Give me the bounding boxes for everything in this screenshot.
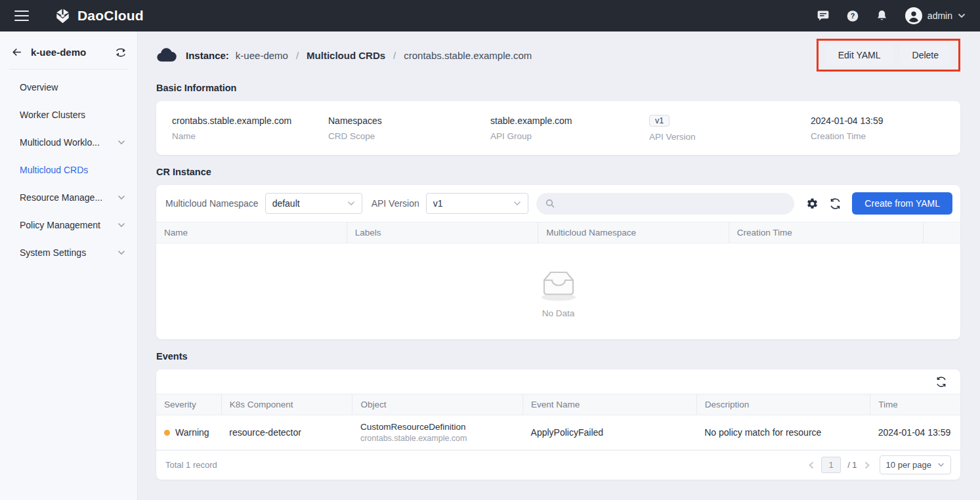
search-input[interactable]	[536, 193, 795, 215]
col-labels[interactable]: Labels	[347, 222, 538, 243]
sidebar: k-uee-demo Overview Worker Clusters Mult…	[0, 31, 138, 500]
pagination: / 1 10 per page	[808, 455, 951, 474]
sidebar-divider	[9, 69, 128, 70]
page-count: / 1	[847, 460, 857, 470]
sidebar-item-overview[interactable]: Overview	[0, 73, 137, 101]
breadcrumb-item-current: crontabs.stable.example.com	[404, 50, 532, 61]
avatar	[905, 7, 922, 24]
create-from-yaml-button[interactable]: Create from YAML	[852, 192, 952, 215]
topbar: DaoCloud ? admin	[0, 0, 980, 31]
cloud-instance-icon	[156, 47, 177, 63]
chevron-down-icon	[117, 140, 125, 145]
brand-name: DaoCloud	[77, 8, 144, 24]
hamburger-menu-icon[interactable]	[14, 10, 29, 21]
col-severity[interactable]: Severity	[156, 394, 221, 415]
no-data-inbox-icon	[534, 265, 583, 303]
chevron-down-icon	[347, 201, 355, 206]
breadcrumb-item-multicloud-crds[interactable]: Multicloud CRDs	[307, 50, 385, 61]
col-time[interactable]: Time	[870, 394, 960, 415]
col-k8s-component[interactable]: K8s Component	[221, 394, 352, 415]
col-description[interactable]: Description	[696, 394, 870, 415]
chevron-down-icon	[117, 250, 125, 255]
breadcrumb-separator: /	[296, 50, 299, 61]
switch-instance-icon[interactable]	[115, 47, 127, 58]
sidebar-item-system-settings[interactable]: System Settings	[0, 239, 137, 266]
cr-instance-card: Multicloud Namespace default API Version…	[156, 185, 960, 339]
delete-button[interactable]: Delete	[900, 45, 951, 66]
sidebar-item-worker-clusters[interactable]: Worker Clusters	[0, 101, 137, 129]
topbar-actions: ? admin	[817, 7, 966, 24]
cr-instance-title: CR Instance	[156, 167, 960, 177]
breadcrumb-item-instance[interactable]: k-uee-demo	[236, 50, 288, 61]
svg-text:?: ?	[851, 12, 855, 20]
sidebar-instance-name: k-uee-demo	[31, 47, 107, 58]
field-crd-scope: Namespaces CRD Scope	[328, 115, 490, 141]
col-object[interactable]: Object	[352, 394, 523, 415]
page-size-select[interactable]: 10 per page	[880, 455, 951, 474]
chevron-down-icon	[937, 463, 945, 467]
api-version-filter-label: API Version	[372, 198, 419, 209]
api-version-tag: v1	[649, 115, 670, 127]
chevron-down-icon	[117, 195, 125, 200]
prev-page-icon[interactable]	[808, 461, 815, 469]
sidebar-item-multicloud-workloads[interactable]: Multicloud Worklo...	[0, 129, 137, 156]
page-input[interactable]	[821, 457, 841, 473]
edit-yaml-button[interactable]: Edit YAML	[826, 45, 893, 66]
brand: DaoCloud	[54, 7, 144, 25]
search-icon	[545, 198, 555, 209]
events-header-row: Severity K8s Component Object Event Name…	[156, 394, 960, 415]
breadcrumb-row: Instance: k-uee-demo / Multicloud CRDs /…	[156, 39, 960, 71]
user-menu[interactable]: admin	[905, 7, 966, 24]
field-api-group: stable.example.com API Group	[490, 115, 649, 141]
time-cell: 2024-01-04 13:59	[870, 415, 960, 450]
breadcrumb-separator: /	[393, 50, 396, 61]
help-icon[interactable]: ?	[846, 9, 859, 22]
event-row: Warning resource-detector CustomResource…	[156, 415, 960, 450]
field-creation-time: 2024-01-04 13:59 Creation Time	[811, 115, 884, 141]
sidebar-item-multicloud-crds[interactable]: Multicloud CRDs	[0, 156, 137, 184]
back-arrow-icon[interactable]	[11, 46, 23, 58]
chevron-down-icon	[513, 201, 521, 206]
field-name: crontabs.stable.example.com Name	[172, 115, 328, 141]
description-cell: No policy match for resource	[696, 415, 870, 450]
event-name-cell: ApplyPolicyFailed	[523, 415, 697, 450]
col-creation-time[interactable]: Creation Time	[729, 222, 923, 243]
chevron-down-icon	[117, 222, 125, 228]
events-toolbar	[156, 369, 960, 394]
total-records: Total 1 record	[165, 460, 217, 470]
settings-gear-icon[interactable]	[806, 198, 819, 210]
namespace-select[interactable]: default	[265, 193, 362, 214]
refresh-icon[interactable]	[829, 198, 842, 210]
next-page-icon[interactable]	[864, 461, 870, 469]
cr-toolbar-icons	[806, 198, 842, 210]
cr-instance-table: Name Labels Multicloud Namespace Creatio…	[156, 222, 960, 243]
notification-bell-icon[interactable]	[876, 9, 889, 22]
breadcrumb-prefix: Instance:	[186, 50, 229, 61]
events-table: Severity K8s Component Object Event Name…	[156, 394, 960, 450]
namespace-filter-label: Multicloud Namespace	[165, 198, 259, 209]
app-window: DaoCloud ? admin	[0, 0, 980, 500]
sidebar-item-resource-management[interactable]: Resource Manage...	[0, 184, 137, 211]
events-refresh-icon[interactable]	[935, 376, 947, 388]
username: admin	[927, 10, 952, 21]
annotation-highlight-box: Edit YAML Delete	[817, 39, 960, 72]
col-multicloud-namespace[interactable]: Multicloud Namespace	[538, 222, 729, 243]
breadcrumb: Instance: k-uee-demo / Multicloud CRDs /…	[156, 47, 532, 63]
severity-cell: Warning	[164, 427, 213, 438]
no-data-text: No Data	[542, 308, 575, 318]
chevron-down-icon	[958, 13, 966, 18]
col-event-name[interactable]: Event Name	[523, 394, 697, 415]
api-version-select[interactable]: v1	[426, 193, 528, 214]
basic-information-title: Basic Information	[156, 83, 960, 93]
empty-state: No Data	[156, 243, 960, 339]
col-name[interactable]: Name	[156, 222, 347, 243]
component-cell: resource-detector	[221, 415, 352, 450]
cr-filter-row: Multicloud Namespace default API Version…	[156, 185, 960, 222]
cr-table-header-row: Name Labels Multicloud Namespace Creatio…	[156, 222, 960, 243]
object-cell: CustomResourceDefinition crontabs.stable…	[352, 415, 523, 450]
sidebar-item-policy-management[interactable]: Policy Management	[0, 211, 137, 239]
message-icon[interactable]	[817, 9, 830, 22]
basic-information-card: crontabs.stable.example.com Name Namespa…	[156, 101, 960, 155]
daocloud-logo-icon	[54, 7, 72, 25]
events-footer: Total 1 record / 1 10 per page	[156, 450, 960, 480]
